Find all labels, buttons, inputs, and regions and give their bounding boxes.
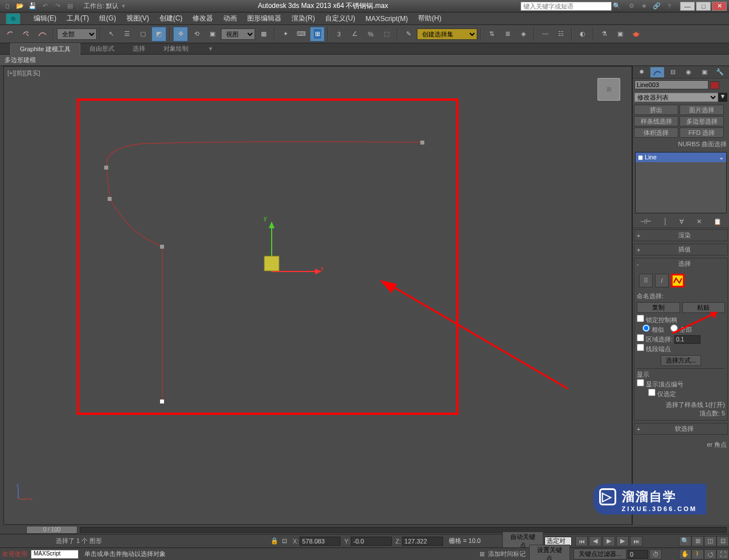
select-move-icon[interactable]: ✥: [173, 27, 188, 42]
tab-freeform[interactable]: 自由形式: [80, 43, 124, 54]
dropdown-arrow-icon[interactable]: ▼: [718, 93, 727, 102]
area-sel-value[interactable]: [674, 335, 701, 344]
pin-stack-icon[interactable]: ⊣⊢: [640, 218, 652, 225]
help-search-input[interactable]: [521, 2, 612, 11]
nav-fov-icon[interactable]: ◫: [704, 536, 716, 546]
manipulate-icon[interactable]: ✦: [278, 27, 293, 42]
select-scale-icon[interactable]: ▣: [205, 27, 220, 42]
workspace-dropdown[interactable]: 工作台: 默认: [80, 2, 122, 10]
nav-maximize-icon[interactable]: ⛶: [716, 549, 729, 559]
isolate-icon[interactable]: ⊡: [282, 537, 287, 545]
select-rotate-icon[interactable]: ⟲: [189, 27, 204, 42]
menu-views[interactable]: 视图(V): [121, 14, 154, 23]
current-frame-input[interactable]: [628, 550, 648, 559]
modifier-stack[interactable]: ◼ Line ⌄: [635, 152, 727, 213]
menu-rendering[interactable]: 渲染(R): [286, 14, 320, 23]
link-tool-icon[interactable]: [3, 27, 18, 42]
schematic-view-icon[interactable]: ☷: [554, 27, 568, 42]
align-icon[interactable]: ≣: [500, 27, 515, 42]
mod-btn-patch[interactable]: 面片选择: [679, 105, 724, 115]
favorites-icon[interactable]: ★: [639, 2, 649, 11]
tab-graphite[interactable]: Graphite 建模工具: [10, 43, 80, 55]
coord-y-input[interactable]: [351, 537, 392, 546]
timeline-track[interactable]: [80, 527, 727, 533]
mod-btn-spline[interactable]: 样条线选择: [634, 116, 678, 126]
next-frame-icon[interactable]: ▶: [616, 536, 629, 546]
time-slider[interactable]: 0 / 100: [26, 526, 77, 534]
menu-animation[interactable]: 动画: [218, 14, 242, 23]
nav-pan-icon[interactable]: ✋: [679, 549, 691, 559]
nav-extents-icon[interactable]: ⊡: [716, 536, 729, 546]
menu-create[interactable]: 创建(C): [154, 14, 188, 23]
rollout-render[interactable]: +渲染: [634, 230, 727, 241]
prev-frame-icon[interactable]: ◀: [589, 536, 601, 546]
ribbon-panel-polymodeling[interactable]: 多边形建模: [0, 55, 729, 66]
area-sel-checkbox[interactable]: [637, 334, 644, 341]
lock-selection-icon[interactable]: 🔒: [271, 537, 279, 545]
object-color-swatch[interactable]: [710, 81, 719, 89]
lock-handles-checkbox[interactable]: [637, 315, 644, 322]
object-name-input[interactable]: [634, 80, 708, 89]
goto-start-icon[interactable]: ⏮: [575, 536, 588, 546]
minimize-button[interactable]: —: [680, 2, 695, 11]
ribbon-dropdown-icon[interactable]: ▾: [209, 45, 212, 52]
mod-btn-extrude[interactable]: 挤出: [634, 105, 678, 115]
expand-icon[interactable]: ⌄: [719, 154, 724, 161]
make-unique-icon[interactable]: ∀: [679, 218, 684, 225]
time-tag-icon[interactable]: ⊞: [480, 550, 485, 558]
show-end-icon[interactable]: │: [664, 218, 667, 225]
only-selected-checkbox[interactable]: [648, 389, 656, 396]
mod-btn-vol[interactable]: 体积选择: [634, 127, 678, 138]
named-selections-dropdown[interactable]: 创建选择集: [417, 28, 477, 40]
curve-editor-icon[interactable]: 〰: [538, 27, 552, 42]
spinner-snap-icon[interactable]: ⬚: [379, 27, 394, 42]
time-config-icon[interactable]: ⏱: [649, 549, 662, 559]
nav-zoom-icon[interactable]: 🔍: [679, 536, 691, 546]
mod-btn-ffd[interactable]: FFD 选择: [679, 127, 724, 138]
maximize-button[interactable]: □: [696, 2, 711, 11]
setkey-button[interactable]: 设置关键点: [529, 545, 570, 561]
window-crossing-icon[interactable]: ◩: [151, 27, 166, 42]
show-vertex-num-checkbox[interactable]: [637, 379, 644, 386]
snap-toggle-icon[interactable]: ⊞: [310, 27, 325, 42]
select-region-icon[interactable]: ▢: [136, 27, 150, 42]
mod-btn-poly[interactable]: 多边形选择: [679, 116, 724, 126]
stack-item-line[interactable]: ◼ Line ⌄: [636, 153, 726, 162]
app-menu-icon[interactable]: ⊙: [6, 13, 21, 24]
add-time-tag[interactable]: 添加时间标记: [488, 550, 526, 558]
configure-icon[interactable]: 📋: [714, 218, 722, 225]
project-icon[interactable]: ▤: [65, 2, 75, 11]
render-icon[interactable]: 🫖: [629, 27, 644, 42]
save-icon[interactable]: 💾: [27, 2, 38, 11]
subobj-segment-icon[interactable]: /: [655, 274, 669, 287]
layer-icon[interactable]: ◈: [516, 27, 531, 42]
snap-3d-icon[interactable]: 3: [331, 27, 346, 42]
unlink-tool-icon[interactable]: [19, 27, 34, 42]
remove-mod-icon[interactable]: ✕: [697, 218, 702, 225]
menu-edit[interactable]: 编辑(E): [28, 14, 62, 23]
tab-utilities-icon[interactable]: 🔧: [713, 67, 727, 77]
mirror-icon[interactable]: ⇅: [484, 27, 499, 42]
tab-objectpaint[interactable]: 对象绘制: [154, 43, 198, 54]
link-icon[interactable]: 🔗: [652, 2, 662, 11]
rollout-softsel[interactable]: +软选择: [634, 423, 727, 434]
menu-tools[interactable]: 工具(T): [62, 14, 94, 23]
menu-maxscript[interactable]: MAXScript(M): [361, 15, 413, 23]
subobj-spline-icon[interactable]: [671, 274, 685, 287]
new-icon[interactable]: 🗋: [2, 2, 13, 11]
select-by-name-icon[interactable]: ☰: [120, 27, 134, 42]
undo-icon[interactable]: ↶: [40, 2, 50, 11]
ref-coord-dropdown[interactable]: 视图: [221, 28, 255, 40]
open-icon[interactable]: 📂: [15, 2, 25, 11]
nav-zoomall-icon[interactable]: ⊞: [691, 536, 704, 546]
nav-orbit-icon[interactable]: ⭯: [704, 549, 716, 559]
modifier-list-dropdown[interactable]: 修改器列表: [634, 93, 718, 102]
viewport-front[interactable]: [+][前][真实] 前 y x: [3, 66, 632, 525]
coord-x-input[interactable]: [300, 537, 341, 546]
subobj-vertex-icon[interactable]: ⠿: [639, 274, 653, 287]
menu-group[interactable]: 组(G): [94, 14, 121, 23]
play-icon[interactable]: ▶: [603, 536, 615, 546]
percent-snap-icon[interactable]: %: [363, 27, 378, 42]
help-icon[interactable]: ?: [664, 2, 674, 11]
selection-filter-dropdown[interactable]: 全部: [57, 28, 97, 40]
